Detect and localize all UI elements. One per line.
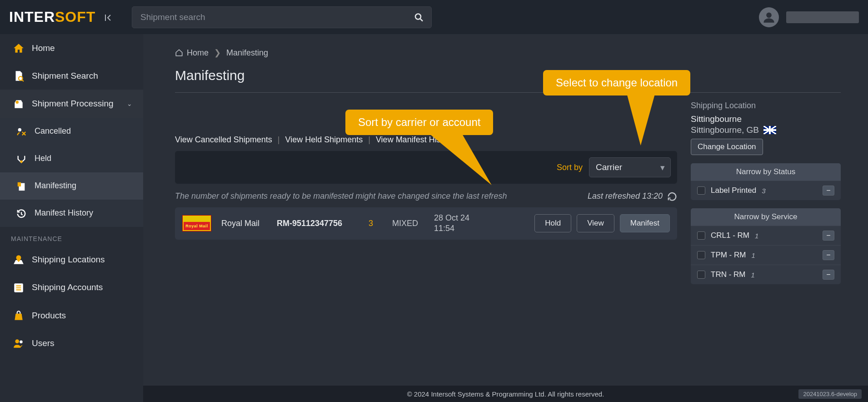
breadcrumb-home-label: Home [187,48,209,58]
panel-title: Narrow by Service [691,208,841,226]
svg-point-0 [415,14,421,20]
checkbox[interactable] [697,231,705,240]
change-location-button[interactable]: Change Location [691,139,763,155]
sidebar-item-label: Held [35,154,51,163]
remove-filter-button[interactable]: − [823,186,834,196]
account-number: RM-95112347756 [277,219,359,228]
home-icon [11,42,26,54]
flag-gb-icon [763,126,776,134]
topbar: INTERSOFT [0,0,868,34]
breadcrumb-current: Manifesting [226,48,268,58]
svg-point-10 [20,341,22,344]
breadcrumb-home[interactable]: Home [175,48,209,58]
svg-point-9 [15,340,19,344]
main-content: Home ❯ Manifesting Manifesting View Canc… [143,34,868,386]
sort-bar: Sort by Carrier [175,151,677,184]
status-count: 3 [762,187,765,195]
narrow-by-service-panel: Narrow by Service CRL1 - RM 1 − TPM - RM… [691,208,841,284]
remove-filter-button[interactable]: − [823,231,834,241]
service-item: TPM - RM 1 − [691,245,841,265]
sidebar: Home Shipment Search Shipment Processing… [0,34,143,402]
doc-search-icon [11,70,26,82]
sidebar-item-users[interactable]: Users [0,329,143,357]
sidebar-item-label: Users [32,338,55,348]
royal-mail-logo: Royal Mail [182,215,211,231]
sidebar-item-label: Shipping Accounts [32,282,103,292]
shipping-location-name: Sittingbourne [691,114,841,124]
sidebar-item-label: Manifest History [35,208,93,218]
sidebar-item-label: Shipment Search [32,71,98,81]
manifest-icon [14,180,29,192]
refresh-note: The number of shipments ready to be mani… [175,191,507,201]
processing-icon [11,97,26,110]
service-label: TRN - RM [711,270,745,279]
sort-value: Carrier [596,162,622,172]
sidebar-item-shipment-search[interactable]: Shipment Search [0,62,143,90]
chevron-right-icon: ❯ [214,48,221,58]
sort-select[interactable]: Carrier [589,157,671,177]
brand-part1: INTER [9,9,55,25]
history-icon [14,207,29,219]
username-chip[interactable] [786,11,859,23]
svg-rect-7 [18,182,21,186]
search-wrap [132,6,432,28]
shipping-location-title: Shipping Location [691,101,841,111]
shipment-count: 3 [369,219,382,228]
sidebar-item-products[interactable]: Products [0,302,143,329]
service-count: 1 [755,232,758,240]
checkbox[interactable] [697,271,705,279]
footer: © 2024 Intersoft Systems & Programming L… [143,386,868,402]
status-label: Label Printed [711,186,756,195]
service-item: CRL1 - RM 1 − [691,226,841,245]
view-button[interactable]: View [577,214,614,232]
bag-icon [11,309,26,322]
shipment-row: Royal Mail Royal Mail RM-95112347756 3 M… [175,207,677,240]
manifest-button[interactable]: Manifest [620,214,670,232]
page-title: Manifesting [175,68,841,83]
checkbox[interactable] [697,251,705,259]
remove-filter-button[interactable]: − [823,270,834,280]
sidebar-item-held[interactable]: Held [0,145,143,172]
sidebar-item-home[interactable]: Home [0,34,143,62]
brand-logo: INTERSOFT [9,9,127,25]
sidebar-item-manifesting[interactable]: Manifesting [0,172,143,200]
sidebar-item-label: Home [32,43,55,53]
sidebar-item-cancelled[interactable]: Cancelled [0,118,143,145]
search-icon[interactable] [414,12,424,22]
svg-point-4 [18,128,21,131]
link-view-held[interactable]: View Held Shipments [285,135,363,145]
panel-title: Narrow by Status [691,163,841,181]
sidebar-item-label: Shipment Processing [32,99,114,109]
status-item: Label Printed 3 − [691,181,841,200]
sidebar-item-shipping-locations[interactable]: Shipping Locations [0,246,143,274]
sort-label: Sort by [557,163,583,172]
avatar[interactable] [759,7,779,27]
sidebar-item-label: Shipping Locations [32,255,105,265]
sidebar-item-shipping-accounts[interactable]: Shipping Accounts [0,274,143,302]
link-view-cancelled[interactable]: View Cancelled Shipments [175,135,272,145]
sidebar-item-label: Products [32,311,66,321]
sidebar-collapse-icon[interactable] [104,11,113,23]
service-count: 1 [751,271,754,279]
hold-button[interactable]: Hold [534,214,571,232]
sidebar-item-label: Cancelled [35,126,71,136]
brand-part2: SOFT [55,9,95,25]
cancel-icon [14,126,29,137]
remove-filter-button[interactable]: − [823,250,834,260]
sidebar-item-manifest-history[interactable]: Manifest History [0,200,143,227]
action-links: View Cancelled Shipments | View Held Shi… [175,135,677,145]
service-item: TRN - RM 1 − [691,265,841,284]
carrier-name: Royal Mail [221,219,267,228]
checkbox[interactable] [697,186,705,195]
last-refreshed: Last refreshed 13:20 [588,191,663,201]
search-input[interactable] [132,6,432,28]
sidebar-section-maintenance: MAINTENANCE [0,227,143,246]
callout-location: Select to change location [543,70,690,95]
sidebar-item-shipment-processing[interactable]: Shipment Processing ⌄ [0,90,143,117]
refresh-icon[interactable] [667,190,677,202]
copyright: © 2024 Intersoft Systems & Programming L… [407,390,604,398]
users-icon [11,337,26,349]
divider [175,92,841,93]
service-label: TPM - RM [711,251,746,260]
chevron-down-icon: ⌄ [127,100,132,107]
